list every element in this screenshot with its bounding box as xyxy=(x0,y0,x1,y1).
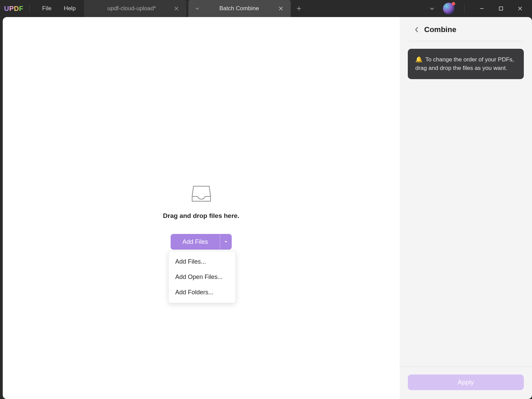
recent-dropdown-icon[interactable] xyxy=(425,3,440,14)
chevron-down-icon[interactable] xyxy=(193,6,203,11)
menu-help[interactable]: Help xyxy=(58,3,82,14)
workspace: Drag and drop files here. Add Files Add … xyxy=(0,17,532,399)
tab-label: Batch Combine xyxy=(203,5,276,12)
back-button[interactable] xyxy=(415,27,419,33)
inbox-tray-icon xyxy=(191,184,212,203)
menu-item-add-folders[interactable]: Add Folders... xyxy=(169,285,235,300)
menu-file[interactable]: File xyxy=(36,3,57,14)
app-logo: UPDF xyxy=(4,5,23,13)
side-panel-title: Combine xyxy=(424,25,456,34)
logo-letter-d: D xyxy=(14,5,19,12)
tab-updf-cloud-upload[interactable]: updf-cloud-upload* xyxy=(84,0,186,17)
side-panel-footer: Apply xyxy=(400,367,532,399)
logo-letter-p: P xyxy=(9,5,14,12)
drop-zone-text: Drag and drop files here. xyxy=(163,212,240,220)
logo-letter-u: U xyxy=(4,5,9,12)
maximize-button[interactable] xyxy=(493,3,509,14)
new-tab-button[interactable] xyxy=(291,6,307,11)
add-files-dropdown-menu: Add Files... Add Open Files... Add Folde… xyxy=(168,251,236,303)
tip-box: 🔔 To change the order of your PDFs, drag… xyxy=(408,49,524,79)
svg-rect-0 xyxy=(499,7,503,10)
drop-zone[interactable]: Drag and drop files here. Add Files Add … xyxy=(3,17,400,399)
minimize-button[interactable] xyxy=(474,3,490,14)
close-icon[interactable] xyxy=(171,5,182,12)
tab-batch-combine[interactable]: Batch Combine xyxy=(188,0,291,17)
divider xyxy=(464,4,464,13)
side-panel-header: Combine xyxy=(408,23,524,41)
menu-item-add-open-files[interactable]: Add Open Files... xyxy=(169,269,235,285)
close-window-button[interactable] xyxy=(512,3,528,14)
add-files-dropdown-toggle[interactable] xyxy=(220,234,232,250)
tip-text: To change the order of your PDFs, drag a… xyxy=(415,56,514,71)
apply-button[interactable]: Apply xyxy=(408,374,524,390)
tab-label: updf-cloud-upload* xyxy=(92,5,171,12)
side-panel: Combine 🔔 To change the order of your PD… xyxy=(400,17,532,399)
title-right-controls xyxy=(425,3,528,14)
user-avatar[interactable] xyxy=(443,3,455,14)
add-files-split-button: Add Files xyxy=(171,234,231,250)
close-icon[interactable] xyxy=(276,5,286,12)
add-files-button[interactable]: Add Files xyxy=(171,234,219,250)
logo-letter-f: F xyxy=(19,5,24,12)
menu-item-add-files[interactable]: Add Files... xyxy=(169,254,235,269)
divider xyxy=(29,4,30,13)
title-bar: UPDF File Help updf-cloud-upload* Batch … xyxy=(0,0,532,17)
bell-icon: 🔔 xyxy=(415,56,422,63)
